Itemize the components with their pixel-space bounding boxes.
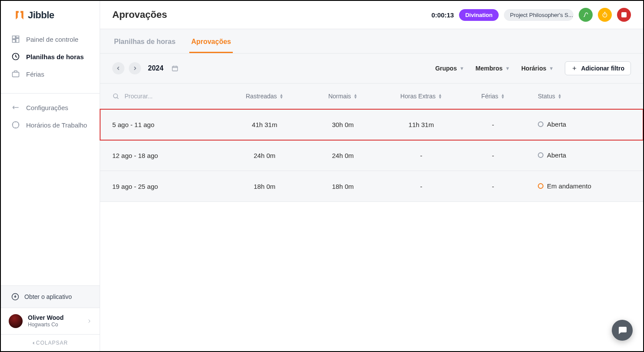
project-pill-primary[interactable]: Divination	[459, 9, 499, 21]
calendar-icon[interactable]	[171, 65, 178, 72]
chevron-down-icon: ▼	[460, 66, 464, 71]
clock-icon	[11, 52, 20, 61]
year-label: 2024	[148, 64, 164, 72]
cell-vacation: -	[460, 152, 526, 159]
th-overtime: Horas Extras ▲▼	[382, 93, 460, 100]
th-label: Normais	[328, 93, 351, 100]
svg-point-2	[13, 122, 19, 128]
logo[interactable]: Jibble	[1, 1, 100, 25]
cell-overtime: 11h 31m	[382, 121, 460, 128]
sort-icon[interactable]: ▲▼	[438, 94, 442, 99]
sidebar-item-schedules[interactable]: Horários de Trabalho	[1, 116, 100, 134]
user-card[interactable]: Oliver Wood Hogwarts Co	[1, 308, 100, 335]
logo-text: Jibble	[28, 10, 54, 21]
stop-button[interactable]	[617, 8, 631, 22]
table-body: 5 ago - 11 ago 41h 31m 30h 0m 11h 31m - …	[100, 109, 643, 202]
sidebar-item-dashboard[interactable]: Painel de controle	[1, 30, 100, 48]
status-label: Aberta	[547, 151, 566, 159]
svg-rect-5	[172, 66, 178, 71]
sort-icon[interactable]: ▲▼	[354, 94, 358, 99]
cell-normal: 18h 0m	[304, 183, 382, 190]
cell-period: 5 ago - 11 ago	[112, 121, 225, 128]
th-label: Horas Extras	[400, 93, 436, 100]
dashboard-icon	[11, 35, 20, 44]
tabs: Planilhas de horas Aprovações	[100, 29, 643, 54]
filter-schedules[interactable]: Horários ▼	[521, 65, 553, 72]
svg-point-6	[114, 94, 117, 98]
cell-vacation: -	[460, 183, 526, 190]
filter-label: Grupos	[435, 65, 457, 72]
cell-normal: 24h 0m	[304, 152, 382, 159]
table-head: Rastreadas ▲▼ Normais ▲▼ Horas Extras ▲▼…	[100, 84, 643, 109]
sidebar-item-vacation[interactable]: Férias	[1, 65, 100, 83]
filter-label: Membros	[476, 65, 503, 72]
th-label: Rastreadas	[246, 93, 277, 100]
add-filter-button[interactable]: Adicionar filtro	[565, 61, 631, 75]
th-label: Status	[538, 93, 555, 100]
status-progress-icon	[538, 183, 543, 189]
sort-icon[interactable]: ▲▼	[558, 94, 562, 99]
filter-groups[interactable]: Grupos ▼	[435, 65, 464, 72]
track-button-green[interactable]	[579, 8, 593, 22]
chat-icon	[617, 325, 627, 335]
user-info: Oliver Wood Hogwarts Co	[28, 314, 64, 328]
sidebar-item-label: Planilhas de horas	[26, 53, 84, 60]
search-input[interactable]	[124, 92, 225, 100]
cell-normal: 30h 0m	[304, 121, 382, 128]
filter-members[interactable]: Membros ▼	[476, 65, 510, 72]
cell-period: 12 ago - 18 ago	[112, 152, 225, 159]
sidebar-item-label: Painel de controle	[26, 36, 78, 43]
th-normal: Normais ▲▼	[304, 93, 382, 100]
schedule-icon	[11, 121, 20, 129]
main: Aprovações 0:00:13 Divination Project Ph…	[100, 1, 643, 351]
chevron-down-icon: ▼	[505, 66, 510, 71]
project-pill-secondary[interactable]: Project Philosopher's S...	[504, 9, 574, 21]
user-org: Hogwarts Co	[28, 322, 64, 328]
cell-vacation: -	[460, 121, 526, 128]
collapse-button[interactable]: ‹‹ COLAPSAR	[1, 335, 100, 351]
status-label: Aberta	[547, 121, 566, 128]
search-icon	[112, 92, 119, 100]
chat-widget[interactable]	[612, 320, 633, 341]
timer-value: 0:00:13	[431, 11, 454, 19]
sort-icon[interactable]: ▲▼	[501, 94, 505, 99]
get-app-button[interactable]: Obter o aplicativo	[1, 285, 100, 308]
topbar: Aprovações 0:00:13 Divination Project Ph…	[100, 1, 643, 29]
cell-tracked: 18h 0m	[225, 183, 304, 190]
th-label: Férias	[481, 93, 498, 100]
sidebar-item-label: Horários de Trabalho	[26, 121, 87, 129]
th-tracked: Rastreadas ▲▼	[225, 93, 304, 100]
sort-icon[interactable]: ▲▼	[279, 94, 283, 99]
get-app-label: Obter o aplicativo	[24, 293, 72, 300]
search-cell	[112, 92, 225, 100]
cell-overtime: -	[382, 183, 460, 190]
stop-icon	[621, 12, 627, 17]
timer-icon	[601, 11, 608, 18]
cell-status: Aberta	[526, 151, 631, 159]
prev-year-button[interactable]	[112, 62, 124, 74]
tab-timesheets[interactable]: Planilhas de horas	[112, 29, 177, 53]
th-vacation: Férias ▲▼	[460, 93, 526, 100]
cell-tracked: 41h 31m	[225, 121, 304, 128]
table-row[interactable]: 19 ago - 25 ago 18h 0m 18h 0m - - Em and…	[100, 171, 643, 202]
add-filter-label: Adicionar filtro	[581, 65, 624, 72]
page-title: Aprovações	[112, 9, 167, 20]
chevron-double-left-icon: ‹‹	[33, 340, 34, 346]
table-row[interactable]: 5 ago - 11 ago 41h 31m 30h 0m 11h 31m - …	[100, 109, 643, 140]
track-button-amber[interactable]	[598, 8, 612, 22]
tab-approvals[interactable]: Aprovações	[189, 29, 233, 53]
user-name: Oliver Wood	[28, 314, 64, 322]
next-year-button[interactable]	[129, 62, 141, 74]
th-status: Status ▲▼	[526, 93, 631, 100]
sidebar-item-settings[interactable]: Configurações	[1, 99, 100, 116]
cell-period: 19 ago - 25 ago	[112, 183, 225, 190]
status-open-icon	[538, 152, 543, 158]
chevron-down-icon: ▼	[549, 66, 554, 71]
sidebar-item-label: Configurações	[26, 104, 68, 111]
table-row[interactable]: 12 ago - 18 ago 24h 0m 24h 0m - - Aberta	[100, 140, 643, 171]
svg-rect-1	[13, 72, 19, 77]
cell-tracked: 24h 0m	[225, 152, 304, 159]
sidebar-item-timesheets[interactable]: Planilhas de horas	[1, 48, 100, 65]
nav-secondary: Configurações Horários de Trabalho	[1, 99, 100, 139]
route-icon	[582, 11, 589, 18]
